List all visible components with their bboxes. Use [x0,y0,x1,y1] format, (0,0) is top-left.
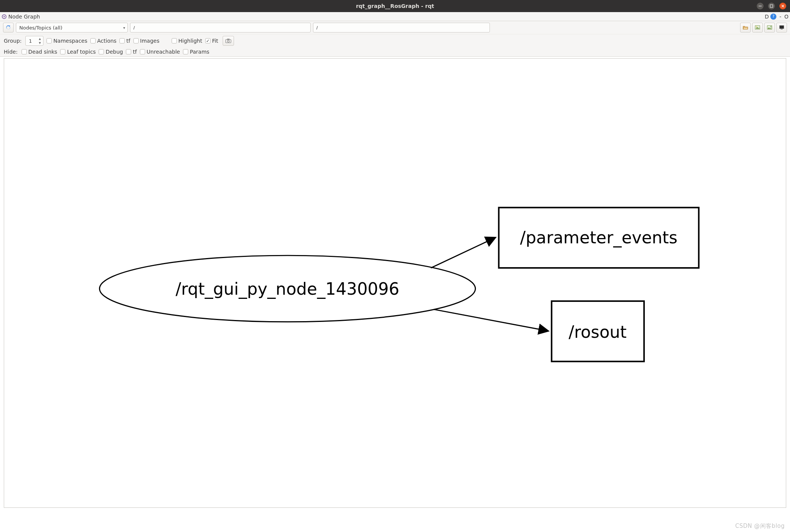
chk-actions[interactable]: Actions [90,38,116,44]
window-controls [754,0,788,12]
checkbox-icon [140,49,145,54]
chk-label: Fit [212,38,218,44]
minimize-button[interactable] [757,3,764,9]
chk-highlight[interactable]: Highlight [172,38,202,44]
graph-topic-label: /parameter_events [520,228,677,247]
folder-open-icon [743,25,748,30]
node-filter-input[interactable] [130,23,311,32]
spin-arrows[interactable]: ▲▼ [37,37,42,45]
chk-label: Highlight [178,38,202,44]
minimize-icon [758,4,762,8]
chk-deadsinks[interactable]: Dead sinks [22,49,57,55]
plugin-header-right: D ? - O [765,14,788,20]
chk-label: Unreachable [147,49,180,55]
checkbox-icon [172,38,177,43]
titlebar: rqt_graph__RosGraph - rqt [0,0,790,12]
graph-canvas[interactable]: /rqt_gui_py_node_1430096 /parameter_even… [4,58,786,508]
combo-selected-text: Nodes/Topics (all) [19,25,62,31]
plugin-title: Node Graph [8,14,40,20]
maximize-button[interactable] [768,3,775,9]
chk-namespaces[interactable]: Namespaces [46,38,87,44]
chk-label: tf [133,49,136,55]
plugin-header: Node Graph D ? - O [0,12,790,21]
help-badge-icon[interactable]: ? [770,14,776,20]
checkbox-icon [119,38,125,43]
chk-label: Params [190,49,209,55]
checkbox-checked-icon [205,38,211,43]
topic-filter-input[interactable] [313,23,490,32]
toolbar-icon-group [740,23,787,32]
window-title: rqt_graph__RosGraph - rqt [0,3,790,9]
chk-label: Images [140,38,160,44]
checkbox-icon [90,38,96,43]
svg-rect-1 [770,5,773,8]
view-mode-combo[interactable]: Nodes/Topics (all) ▾ [16,23,128,32]
picture-export-icon [767,25,772,30]
refresh-button[interactable] [3,23,14,32]
checkbox-icon [60,49,65,54]
chk-debug[interactable]: Debug [99,49,123,55]
chk-fit[interactable]: Fit [205,38,218,44]
save-image-button[interactable] [752,23,763,32]
chk-unreachable[interactable]: Unreachable [140,49,180,55]
chk-label: Dead sinks [28,49,57,55]
svg-rect-12 [781,29,782,29]
edge-to-parameter-events [431,238,495,268]
ros-graph-svg: /rqt_gui_py_node_1430096 /parameter_even… [4,59,786,507]
options-row-group: Group: 1 ▲▼ Namespaces Actions tf Images… [0,34,790,47]
edge-to-rosout [434,309,548,331]
group-label: Group: [4,38,22,44]
chevron-down-icon: ▾ [123,26,125,30]
svg-point-5 [3,16,5,17]
maximize-icon [770,4,773,8]
refresh-icon [6,25,11,30]
checkbox-icon [133,38,139,43]
camera-icon [225,38,231,43]
dash-icon[interactable]: - [778,14,783,19]
options-row-hide: Hide: Dead sinks Leaf topics Debug tf Un… [0,47,790,57]
graph-topic-parameter-events[interactable]: /parameter_events [499,207,699,268]
chk-label: Leaf topics [67,49,96,55]
save-dot-button[interactable] [764,23,775,32]
chk-images[interactable]: Images [133,38,160,44]
toolbar-row-1: Nodes/Topics (all) ▾ [0,21,790,34]
svg-rect-11 [779,26,784,29]
checkbox-icon [22,49,27,54]
close-button[interactable] [779,3,786,9]
svg-point-15 [228,40,229,42]
label-D: D [765,14,769,19]
chk-label: Actions [97,38,116,44]
checkbox-icon [126,49,131,54]
chk-leaftopics[interactable]: Leaf topics [60,49,96,55]
graph-node-label: /rqt_gui_py_node_1430096 [176,279,400,299]
checkbox-icon [99,49,104,54]
toggle-dark-button[interactable] [776,23,787,32]
graph-topic-rosout[interactable]: /rosout [551,301,644,362]
chk-label: Debug [105,49,123,55]
checkbox-icon [46,38,52,43]
hide-label: Hide: [4,49,18,55]
chk-tf-hide[interactable]: tf [126,49,136,55]
chk-label: Namespaces [53,38,87,44]
chk-params[interactable]: Params [183,49,209,55]
spin-up-icon: ▲ [37,37,42,41]
graph-node-rqt-gui[interactable]: /rqt_gui_py_node_1430096 [99,255,475,322]
open-button[interactable] [740,23,751,32]
plugin-icon [2,14,7,19]
group-value: 1 [29,38,32,44]
spin-down-icon: ▼ [37,41,42,45]
graph-topic-label: /rosout [568,322,627,342]
group-spinbox[interactable]: 1 ▲▼ [25,36,43,46]
svg-point-8 [756,26,757,27]
detach-O[interactable]: O [784,14,788,19]
close-icon [781,4,785,8]
watermark: CSDN @闲客blog [735,523,785,530]
screen-icon [779,25,784,30]
picture-save-icon [755,25,760,30]
chk-tf-group[interactable]: tf [119,38,130,44]
screenshot-button[interactable] [223,36,234,46]
chk-label: tf [126,38,130,44]
checkbox-icon [183,49,188,54]
